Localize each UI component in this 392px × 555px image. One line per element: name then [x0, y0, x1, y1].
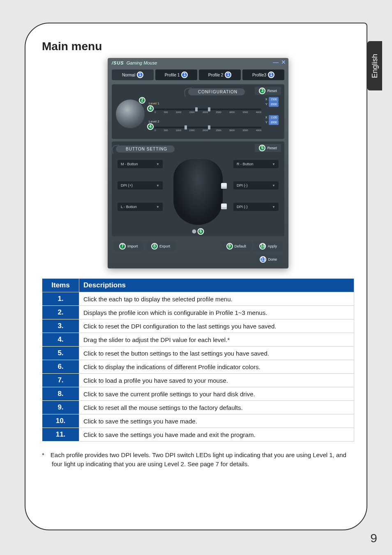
- indicator-icon-b: [221, 204, 227, 209]
- language-tab: English: [367, 41, 382, 90]
- table-row: 7.Click to load a profile you have saved…: [42, 374, 354, 387]
- config-reset-label: Reset: [267, 89, 277, 93]
- tab-profile1[interactable]: Profile 1 1: [155, 69, 197, 80]
- level1-label: Level 1: [149, 102, 159, 105]
- table-row: 11.Click to save the settings you have m…: [42, 428, 354, 442]
- chevron-down-icon: ▼: [156, 205, 159, 209]
- button-reset-button[interactable]: 5 Reset: [255, 144, 281, 152]
- l2-y-value: 2000: [269, 120, 279, 125]
- callout-1a: 1: [137, 72, 143, 78]
- config-reset-button[interactable]: 3 Reset: [255, 87, 281, 95]
- level2-slider[interactable]: [154, 127, 261, 128]
- apply-button[interactable]: 10Apply: [254, 241, 283, 251]
- button-reset-label: Reset: [267, 146, 277, 150]
- indicator-colors-button[interactable]: 6: [192, 228, 204, 235]
- window-title-text: Gaming Mouse: [127, 60, 157, 65]
- close-icon[interactable]: ✕: [281, 59, 286, 65]
- chevron-down-icon: ▼: [156, 162, 159, 166]
- table-row: 6.Click to display the indications of di…: [42, 360, 354, 374]
- chevron-down-icon: ▼: [272, 162, 275, 166]
- callout-6: 6: [198, 228, 204, 235]
- footer-buttons: 7Import 8Export 9Default 10Apply: [108, 239, 288, 254]
- l1-x-value: 1500: [269, 97, 279, 102]
- tab-normal-label: Normal: [122, 73, 135, 77]
- table-row: 4.Drag the slider to adjust the DPI valu…: [42, 333, 354, 347]
- tab-profile1-label: Profile 1: [165, 73, 180, 77]
- configuration-heading: CONFIGURATION: [188, 88, 245, 95]
- table-row: 1.Click the each tap to display the sele…: [42, 292, 354, 306]
- callout-1c: 1: [225, 72, 231, 78]
- table-row: 2.Displays the profile icon which is con…: [42, 306, 354, 319]
- profile-tabs: Normal 1 Profile 1 1 Profile 2 1 Profile…: [108, 68, 288, 82]
- dropdown-dpi-minus-b[interactable]: DPI (-)▼: [233, 203, 279, 211]
- tab-profile3[interactable]: Profile3 1: [242, 69, 284, 80]
- import-button[interactable]: 7Import: [113, 241, 144, 251]
- window-controls[interactable]: — ✕: [273, 59, 286, 65]
- tab-normal[interactable]: Normal 1: [112, 69, 154, 80]
- minimize-icon[interactable]: —: [273, 59, 279, 65]
- descriptions-table: Items Descriptions 1.Click the each tap …: [42, 278, 354, 442]
- page-title: Main menu: [42, 40, 354, 53]
- dropdown-dpi-minus-a[interactable]: DPI (-)▼: [233, 181, 279, 190]
- chevron-down-icon: ▼: [272, 184, 275, 187]
- table-row: 8.Click to save the current profile sett…: [42, 387, 354, 401]
- dpi-level-2: Level 2 4 X 1100Y 2000 05001000150020002…: [149, 118, 280, 132]
- page-card: Main menu /SUS Gaming Mouse — ✕ Normal 1…: [25, 23, 367, 530]
- profile-icon-wheel[interactable]: [116, 99, 145, 128]
- dropdown-dpi-plus[interactable]: DPI (+)▼: [118, 181, 163, 190]
- export-button[interactable]: 8Export: [145, 241, 176, 251]
- dpi-level-1: Level 1 4 X 1500Y 2000 05001000150020002…: [149, 99, 280, 113]
- chevron-down-icon: ▼: [272, 205, 275, 209]
- callout-9: 9: [226, 243, 233, 250]
- mouse-graphic: [173, 159, 223, 225]
- tab-profile2[interactable]: Profile 2 1: [199, 69, 241, 80]
- tab-profile2-label: Profile 2: [208, 73, 224, 77]
- tab-profile3-label: Profile3: [252, 73, 266, 77]
- indicator-icon-a: [221, 183, 227, 189]
- callout-1d: 1: [268, 72, 274, 78]
- dropdown-m-button[interactable]: M - Button▼: [118, 160, 163, 168]
- callout-4b: 4: [147, 123, 154, 130]
- page-number: 9: [370, 531, 377, 545]
- table-row: 3.Click to reset the DPI configuration t…: [42, 319, 354, 333]
- callout-4a: 4: [147, 105, 154, 112]
- callout-10: 10: [259, 243, 266, 250]
- table-row: 10.Click to save the settings you have m…: [42, 414, 354, 428]
- callout-5: 5: [259, 145, 265, 151]
- dropdown-r-button[interactable]: R - Button▼: [233, 160, 279, 168]
- level1-slider[interactable]: [154, 109, 261, 110]
- default-button[interactable]: 9Default: [221, 241, 252, 251]
- app-window: /SUS Gaming Mouse — ✕ Normal 1 Profile 1…: [108, 58, 288, 268]
- indicator-dot-icon: [192, 229, 196, 234]
- callout-8: 8: [151, 243, 158, 250]
- level2-label: Level 2: [149, 120, 159, 123]
- table-row: 5.Click to reset the button settings to …: [42, 347, 354, 360]
- callout-2: 2: [139, 97, 145, 104]
- window-titlebar: /SUS Gaming Mouse: [108, 58, 288, 68]
- col-items: Items: [42, 279, 79, 292]
- button-setting-panel: 5 Reset BUTTON SETTING M - Button▼ DPI (…: [112, 141, 284, 236]
- dropdown-l-button[interactable]: L - Botton▼: [118, 203, 163, 211]
- chevron-down-icon: ▼: [156, 184, 159, 187]
- table-row: 9.Click to reset all the mouse settings …: [42, 401, 354, 414]
- button-setting-heading: BUTTON SETTING: [116, 146, 175, 153]
- done-button[interactable]: 11Done: [254, 254, 283, 264]
- callout-1b: 1: [181, 72, 188, 78]
- callout-3: 3: [259, 88, 265, 94]
- l1-y-value: 2000: [269, 102, 279, 107]
- callout-11: 11: [260, 256, 266, 263]
- footnote: * Each profile provides two DPI levels. …: [42, 451, 354, 469]
- col-descriptions: Descriptions: [79, 279, 354, 292]
- l2-x-value: 1100: [269, 115, 279, 120]
- configuration-panel: 3 Reset CONFIGURATION 2 Level 1 4 X 1500…: [112, 84, 284, 139]
- callout-7: 7: [119, 243, 126, 250]
